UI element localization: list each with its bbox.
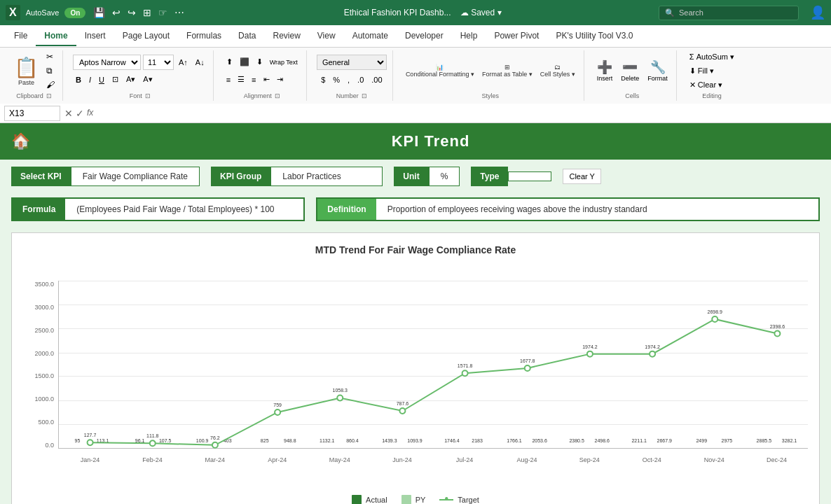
chart-bars-area: 95113.196.1107.5100.9403825948.81132.186… — [58, 281, 808, 449]
formula-label: Formula — [13, 199, 65, 220]
tab-view[interactable]: View — [309, 27, 344, 46]
cell-styles-button[interactable]: 🗂 Cell Styles ▾ — [537, 62, 578, 79]
search-icon: 🔍 — [665, 8, 675, 18]
delete-button[interactable]: ➖ Delete — [618, 58, 642, 83]
underline-button[interactable]: U — [96, 72, 107, 88]
format-painter-icon[interactable]: 🖌 — [44, 78, 57, 91]
editing-group: Σ AutoSum ▾ ⬇ Fill ▾ ✕ Clear ▾ Editing — [681, 50, 743, 101]
align-middle-button[interactable]: ⬛ — [237, 55, 252, 70]
align-right-button[interactable]: ≡ — [249, 72, 259, 88]
home-icon[interactable]: 🏠 — [11, 132, 30, 150]
mtd-chart-title: MTD Trend For Fair Wage Compliance Rate — [23, 244, 808, 255]
align-bottom-button[interactable]: ⬇ — [254, 55, 266, 70]
month-group: 1746.42183 — [433, 281, 495, 448]
font-size-select[interactable]: 11 — [143, 55, 174, 70]
saved-dropdown[interactable]: ▾ — [497, 8, 502, 18]
format-button[interactable]: 🔧 Format — [645, 58, 671, 83]
tab-home[interactable]: Home — [36, 27, 76, 46]
search-box[interactable]: 🔍 — [659, 6, 799, 20]
redo-icon[interactable]: ↪ — [125, 6, 138, 20]
conditional-formatting-button[interactable]: 📊 Conditional Formatting ▾ — [403, 62, 477, 79]
touch-icon[interactable]: ☞ — [156, 6, 170, 20]
y-axis-label-0: 0.0 — [45, 442, 54, 449]
month-group: 24992975 — [683, 281, 746, 448]
tab-file[interactable]: File — [6, 27, 36, 46]
increase-decimal-button[interactable]: .00 — [369, 72, 385, 88]
tab-power-pivot[interactable]: Power Pivot — [486, 27, 547, 46]
fill-button[interactable]: ⬇ Fill ▾ — [687, 65, 737, 77]
percent-button[interactable]: % — [330, 72, 343, 88]
type-value[interactable] — [508, 172, 551, 181]
save-icon[interactable]: 💾 — [91, 6, 107, 20]
user-icon[interactable]: 👤 — [810, 5, 825, 20]
font-name-select[interactable]: Aptos Narrow — [73, 55, 141, 70]
layout-icon[interactable]: ⊞ — [141, 6, 153, 20]
y-axis-label-3000: 3000.0 — [34, 304, 54, 311]
tab-page-layout[interactable]: Page Layout — [114, 27, 178, 46]
cells-group: ➕ Insert ➖ Delete 🔧 Format Cells — [589, 50, 677, 101]
align-center-button[interactable]: ☰ — [235, 72, 247, 88]
currency-button[interactable]: $ — [318, 72, 328, 88]
autosave-toggle[interactable]: On — [64, 8, 85, 18]
y-axis-label-500: 500.0 — [38, 419, 54, 426]
undo-icon[interactable]: ↩ — [110, 6, 123, 20]
cancel-formula-icon[interactable]: ✕ — [64, 108, 73, 119]
actual-legend-color — [352, 495, 362, 504]
tab-review[interactable]: Review — [264, 27, 308, 46]
sheet-content: 🏠 KPI Trend Select KPI Fair Wage Complia… — [0, 123, 831, 504]
type-label: Type — [471, 167, 508, 186]
month-group: 95113.1 — [59, 281, 121, 448]
actual-legend-label: Actual — [366, 496, 387, 504]
paste-button[interactable]: 📋 Paste — [11, 55, 41, 88]
legend-actual: Actual — [352, 495, 387, 504]
definition-label: Definition — [317, 199, 376, 220]
increase-font-button[interactable]: A↑ — [176, 55, 191, 70]
fill-color-button[interactable]: A▾ — [123, 72, 138, 88]
italic-button[interactable]: I — [86, 72, 94, 88]
clipboard-expand-icon[interactable]: ⊡ — [46, 92, 52, 99]
file-title: Ethical Fashion KPI Dashb... ☁ Saved ▾ — [192, 8, 653, 18]
formula-input[interactable] — [97, 108, 827, 118]
align-left-button[interactable]: ≡ — [224, 72, 233, 88]
comma-button[interactable]: , — [345, 72, 352, 88]
indent-decrease-button[interactable]: ⇤ — [261, 72, 273, 88]
border-button[interactable]: ⊡ — [109, 72, 121, 88]
decrease-decimal-button[interactable]: .0 — [355, 72, 366, 88]
autosum-button[interactable]: Σ AutoSum ▾ — [687, 51, 737, 63]
tab-help[interactable]: Help — [452, 27, 486, 46]
tab-developer[interactable]: Developer — [397, 27, 452, 46]
y-axis-label-2000: 2000.0 — [34, 350, 54, 357]
bold-button[interactable]: B — [73, 72, 84, 88]
kpi-name-value[interactable]: Fair Wage Compliance Rate — [71, 167, 200, 186]
alignment-expand-icon[interactable]: ⊡ — [275, 92, 280, 99]
tab-pk-utility[interactable]: PK's Utility Tool V3.0 — [547, 27, 641, 46]
cloud-icon: ☁ — [460, 8, 469, 18]
insert-button[interactable]: ➕ Insert — [594, 58, 616, 83]
tab-formulas[interactable]: Formulas — [178, 27, 230, 46]
font-color-button[interactable]: A▾ — [140, 72, 155, 88]
month-group: 2380.52498.6 — [558, 281, 621, 448]
clear-y-button[interactable]: Clear Y — [563, 169, 600, 184]
indent-increase-button[interactable]: ⇥ — [274, 72, 286, 88]
more-icon[interactable]: ⋯ — [172, 6, 186, 20]
number-expand-icon[interactable]: ⊡ — [362, 92, 367, 99]
cut-icon[interactable]: ✂ — [44, 50, 57, 63]
format-as-table-button[interactable]: ⊞ Format as Table ▾ — [479, 62, 535, 79]
decrease-font-button[interactable]: A↓ — [193, 55, 207, 70]
copy-icon[interactable]: ⧉ — [44, 64, 57, 77]
clear-button[interactable]: ✕ Clear ▾ — [687, 79, 737, 91]
search-input[interactable] — [679, 8, 792, 17]
font-expand-icon[interactable]: ⊡ — [145, 92, 151, 99]
unit-value[interactable]: % — [429, 167, 460, 186]
wrap-text-button[interactable]: Wrap Text — [267, 55, 301, 70]
cell-reference[interactable] — [4, 106, 60, 121]
number-format-select[interactable]: General — [317, 55, 387, 70]
tab-automate[interactable]: Automate — [344, 27, 397, 46]
kpi-group-value[interactable]: Labor Practices — [270, 167, 383, 186]
y-axis-label-1500: 1500.0 — [34, 372, 54, 379]
tab-data[interactable]: Data — [230, 27, 264, 46]
align-top-button[interactable]: ⬆ — [224, 55, 235, 70]
confirm-formula-icon[interactable]: ✓ — [76, 108, 84, 119]
tab-insert[interactable]: Insert — [76, 27, 114, 46]
kpi-group-group: KPI Group Labor Practices — [211, 167, 383, 186]
